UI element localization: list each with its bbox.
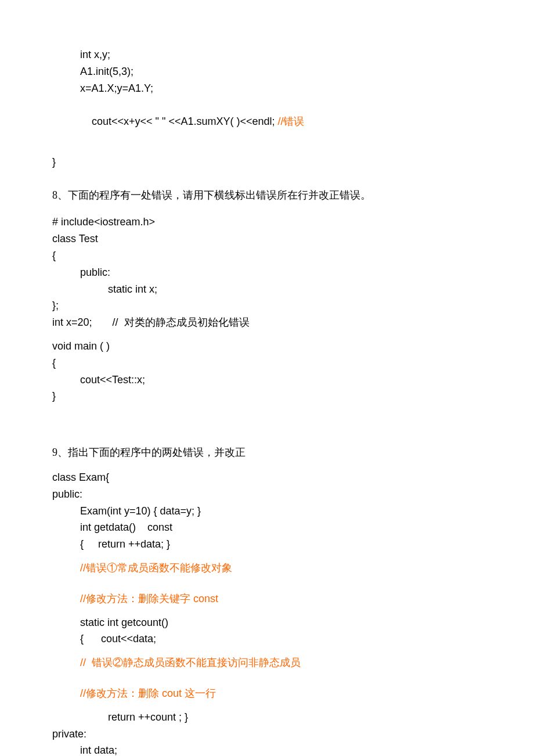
code-line: { cout<<data; bbox=[52, 631, 482, 647]
code-line: static int x; bbox=[52, 281, 482, 298]
code-line: { bbox=[52, 247, 482, 264]
code-line: void main ( ) bbox=[52, 338, 482, 355]
error-annotation-1: //错误①常成员函数不能修改对象 bbox=[52, 560, 482, 577]
question-8-title: 8、下面的程序有一处错误，请用下横线标出错误所在行并改正错误。 bbox=[52, 187, 482, 204]
code-line: x=A1.X;y=A1.Y; bbox=[52, 80, 482, 97]
code-line: A1.init(5,3); bbox=[52, 63, 482, 80]
error-comment: //错误 bbox=[277, 116, 304, 127]
code-line: }; bbox=[52, 297, 482, 314]
code-line: cout<<Test::x; bbox=[52, 372, 482, 388]
code-line: } bbox=[52, 388, 482, 405]
code-line: Exam(int y=10) { data=y; } bbox=[52, 503, 482, 520]
code-line: return ++count ; } bbox=[52, 709, 482, 726]
fix-annotation-2: //修改方法：删除 cout 这一行 bbox=[52, 685, 482, 702]
code-line: # include<iostream.h> bbox=[52, 214, 482, 231]
code-line: } bbox=[52, 154, 482, 171]
question-9-title: 9、指出下面的程序中的两处错误，并改正 bbox=[52, 444, 482, 461]
code-line: private: bbox=[52, 726, 482, 743]
code-line: { return ++data; } bbox=[52, 536, 482, 553]
code-line: class Exam{ bbox=[52, 469, 482, 486]
code-line: static int getcount() bbox=[52, 614, 482, 631]
page-content: int x,y; A1.init(5,3); x=A1.X;y=A1.Y; co… bbox=[0, 0, 534, 756]
code-line: { bbox=[52, 355, 482, 372]
fix-annotation-1: //修改方法：删除关键字 const bbox=[52, 591, 482, 607]
code-line: public: bbox=[52, 264, 482, 281]
code-line: public: bbox=[52, 486, 482, 503]
code-line: class Test bbox=[52, 231, 482, 247]
error-annotation-2: // 错误②静态成员函数不能直接访问非静态成员 bbox=[52, 654, 482, 671]
code-line: int x,y; bbox=[52, 46, 482, 63]
code-line: cout<<x+y<< " " <<A1.sumXY( )<<endl; //错… bbox=[52, 96, 482, 146]
code-line: int x=20; // 对类的静态成员初始化错误 bbox=[52, 314, 482, 331]
code-line: int getdata() const bbox=[52, 519, 482, 536]
code-line: int data; bbox=[52, 742, 482, 756]
code-text: cout<<x+y<< " " <<A1.sumXY( )<<endl; bbox=[92, 116, 277, 127]
